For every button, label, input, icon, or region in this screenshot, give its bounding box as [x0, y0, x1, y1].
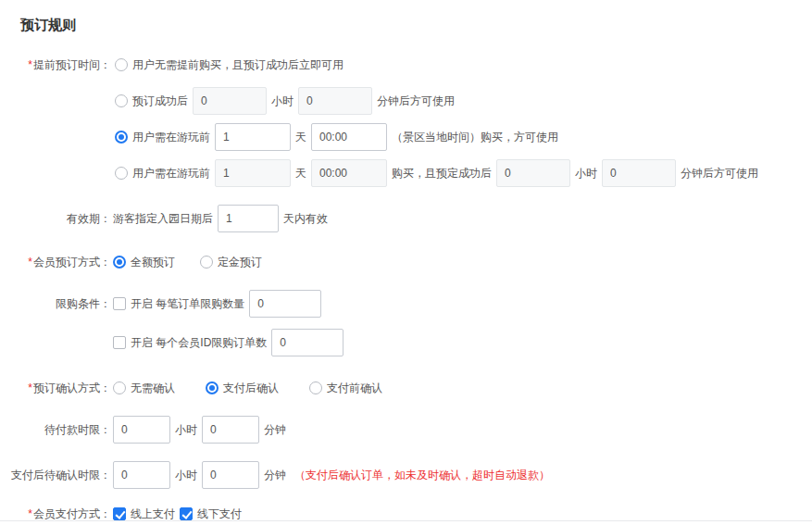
payment-method-row: *会员支付方式： 线上支付 线下支付	[0, 500, 812, 520]
online-payment-checkbox[interactable]	[113, 507, 126, 520]
unit-text: 天	[295, 130, 306, 145]
after-success-minutes-input	[298, 87, 372, 115]
validity-text: 游客指定入园日期后	[113, 211, 213, 227]
option-after-success: 预订成功后 小时 分钟后方可使用	[115, 87, 758, 115]
pending-hours-input[interactable]	[113, 416, 170, 444]
page-title: 预订规则	[0, 0, 812, 34]
radio-deposit[interactable]	[200, 256, 213, 269]
advance-booking-options: 用户无需提前购买，且预订成功后立即可用 预订成功后 小时 分钟后方可使用 用户需…	[113, 51, 758, 187]
confirm-timeout-label: 支付后待确认时限：	[0, 461, 111, 489]
offline-payment-checkbox[interactable]	[180, 507, 193, 520]
advance-booking-time-label: *提前预订时间：	[0, 51, 111, 79]
option-text: 用户无需提前购买，且预订成功后立即可用	[132, 57, 344, 73]
unit-text: 分钟	[264, 422, 286, 438]
before-play-days-input[interactable]	[215, 123, 291, 151]
content-area: 预订规则 *提前预订时间： 用户无需提前购买，且预订成功后立即可用 预订成功后 …	[0, 0, 812, 520]
unit-text: 分钟	[264, 468, 286, 483]
required-mark: *	[28, 507, 32, 520]
confirm-mode-options: 无需确认 支付后确认 支付前确认	[113, 374, 382, 402]
confirm-timeout-row: 支付后待确认时限： 小时 分钟 （支付后确认订单，如未及时确认，超时自动退款）	[0, 461, 812, 489]
radio-no-advance[interactable]	[115, 58, 128, 71]
option-before-play: 用户需在游玩前 天 （景区当地时间）购买，方可使用	[115, 123, 758, 151]
unit-text: 小时	[175, 422, 197, 438]
per-member-limit: 开启 每个会员ID限购订单数	[113, 329, 344, 356]
before-play-time-input[interactable]	[311, 123, 387, 151]
unit-text: 小时	[175, 468, 197, 483]
purchase-limit-row-2: 开启 每个会员ID限购订单数	[0, 329, 812, 356]
field-label-text: 预订确认方式：	[33, 381, 111, 394]
option-text: 支付前确认	[327, 381, 382, 396]
option-text: 分钟后方可使用	[377, 94, 455, 109]
option-text: 购买，且预定成功后	[392, 166, 492, 181]
delay-days-input	[215, 159, 291, 187]
option-text: 支付后确认	[223, 381, 279, 396]
delay-minutes-input	[602, 159, 676, 187]
purchase-limit-row: 限购条件： 开启 每笔订单限购数量	[0, 290, 812, 318]
option-text: 全额预订	[131, 255, 175, 270]
option-text: 线上支付	[131, 506, 175, 521]
pending-payment-content: 小时 分钟	[113, 416, 286, 444]
radio-confirm-before-pay[interactable]	[309, 381, 322, 394]
purchase-limit-label: 限购条件：	[0, 290, 111, 318]
booking-rules-form: *提前预订时间： 用户无需提前购买，且预订成功后立即可用 预订成功后 小时 分钟…	[0, 51, 812, 520]
radio-before-play-delay[interactable]	[115, 167, 128, 180]
validity-label: 有效期：	[0, 205, 111, 232]
option-text: 无需确认	[131, 381, 175, 396]
option-text: （景区当地时间）购买，方可使用	[392, 130, 558, 145]
member-booking-mode-label: *会员预订方式：	[0, 248, 111, 276]
radio-before-play[interactable]	[115, 131, 128, 144]
unit-text: 天	[295, 166, 306, 181]
booking-rules-page: 预订规则 *提前预订时间： 用户无需提前购买，且预订成功后立即可用 预订成功后 …	[0, 0, 812, 525]
confirm-timeout-content: 小时 分钟 （支付后确认订单，如未及时确认，超时自动退款）	[113, 461, 550, 489]
per-order-qty-input[interactable]	[249, 290, 321, 318]
option-text: 线下支付	[197, 506, 242, 521]
per-member-limit-text: 开启 每个会员ID限购订单数	[131, 335, 267, 351]
required-mark: *	[28, 256, 32, 269]
option-no-advance: 用户无需提前购买，且预订成功后立即可用	[115, 51, 758, 79]
per-order-limit-checkbox[interactable]	[113, 297, 126, 310]
timeout-minutes-input[interactable]	[202, 461, 259, 489]
member-booking-mode-row: *会员预订方式： 全额预订 定金预订	[0, 248, 812, 276]
confirm-mode-label: *预订确认方式：	[0, 374, 111, 402]
option-text: 预订成功后	[132, 94, 188, 109]
unit-text: 小时	[271, 94, 294, 109]
unit-text: 小时	[575, 166, 597, 181]
per-member-qty-input[interactable]	[271, 329, 344, 356]
option-text: 定金预订	[218, 255, 262, 270]
validity-days-input[interactable]	[218, 205, 279, 232]
validity-row: 有效期： 游客指定入园日期后 天内有效	[0, 205, 812, 232]
per-member-limit-checkbox[interactable]	[113, 336, 126, 349]
timeout-warning-note: （支付后确认订单，如未及时确认，超时自动退款）	[294, 468, 550, 483]
field-label-text: 会员支付方式：	[33, 507, 111, 520]
field-label-text: 提前预订时间：	[33, 58, 111, 71]
option-text: 用户需在游玩前	[132, 166, 210, 181]
per-order-limit-text: 开启 每笔订单限购数量	[131, 296, 244, 312]
option-text: 用户需在游玩前	[132, 130, 210, 145]
radio-after-success[interactable]	[115, 94, 128, 107]
payment-method-label: *会员支付方式：	[0, 500, 111, 520]
pending-minutes-input[interactable]	[202, 416, 259, 444]
option-text: 分钟后方可使用	[681, 166, 758, 181]
pending-payment-label: 待付款时限：	[0, 416, 111, 444]
delay-hours-input	[496, 159, 570, 187]
validity-unit-text: 天内有效	[283, 211, 328, 227]
radio-confirm-after-pay[interactable]	[206, 381, 219, 394]
payment-method-options: 线上支付 线下支付	[113, 500, 242, 520]
after-success-hours-input	[193, 87, 267, 115]
pending-payment-row: 待付款时限： 小时 分钟	[0, 416, 812, 444]
field-label-text: 会员预订方式：	[33, 256, 111, 269]
bottom-divider	[0, 520, 812, 521]
per-order-limit: 开启 每笔订单限购数量	[113, 290, 321, 318]
timeout-hours-input[interactable]	[113, 461, 170, 489]
option-before-play-delay: 用户需在游玩前 天 购买，且预定成功后 小时 分钟后方可使用	[115, 159, 758, 187]
confirm-mode-row: *预订确认方式： 无需确认 支付后确认 支付前确认	[0, 374, 812, 402]
delay-time-input	[311, 159, 387, 187]
advance-booking-time-row: *提前预订时间： 用户无需提前购买，且预订成功后立即可用 预订成功后 小时 分钟…	[0, 51, 812, 187]
radio-full-payment[interactable]	[113, 256, 126, 269]
required-mark: *	[28, 58, 32, 71]
member-booking-options: 全额预订 定金预订	[113, 248, 262, 276]
required-mark: *	[28, 381, 32, 394]
validity-content: 游客指定入园日期后 天内有效	[113, 205, 328, 232]
radio-no-confirm[interactable]	[113, 381, 126, 394]
